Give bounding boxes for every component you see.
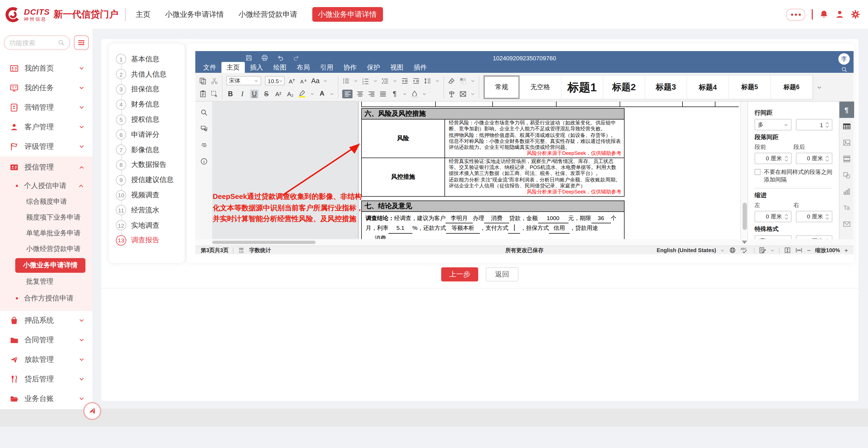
- clear-format-icon[interactable]: [448, 77, 455, 84]
- document-canvas[interactable]: 六、风险及风控措施 风险经营风险：小微企业市场竞争力弱，易受行业波动（如政策变化…: [212, 102, 740, 239]
- editor-menu-4[interactable]: 布局: [291, 62, 315, 73]
- document-page[interactable]: 六、风险及风控措施 风险经营风险：小微企业市场竞争力弱，易受行业波动（如政策变化…: [359, 102, 740, 239]
- sidebar-leaf-item[interactable]: 额度项下业务申请: [0, 210, 92, 226]
- sidebar-subitem-0[interactable]: 个人授信申请: [0, 177, 92, 194]
- multilevel-list-icon[interactable]: [381, 77, 389, 84]
- step-9[interactable]: 9授信建议信息: [109, 173, 185, 188]
- step-10[interactable]: 10视频调查: [109, 187, 185, 203]
- editor-menu-2[interactable]: 插入: [245, 62, 268, 73]
- editor-menu-0[interactable]: 文件: [198, 62, 221, 73]
- bold-button[interactable]: B: [226, 90, 235, 98]
- shading-icon[interactable]: [411, 90, 418, 98]
- mail-merge-tab[interactable]: [839, 216, 854, 232]
- step-4[interactable]: 4财务信息: [109, 97, 185, 112]
- image-panel-tab[interactable]: [839, 134, 854, 150]
- space-before-stepper[interactable]: 0 厘米: [754, 153, 791, 164]
- editing-mode-icon[interactable]: [759, 247, 766, 254]
- editor-menu-6[interactable]: 协作: [338, 62, 362, 73]
- editor-menu-3[interactable]: 绘图: [268, 62, 291, 73]
- increase-indent-icon[interactable]: [412, 77, 420, 84]
- more-actions-button[interactable]: [786, 8, 805, 21]
- stepper-arrows-icon[interactable]: [825, 154, 829, 162]
- align-justify-icon[interactable]: [379, 90, 387, 98]
- step-6[interactable]: 6申请评分: [109, 127, 185, 142]
- sidebar-item-9[interactable]: 贷后管理: [0, 370, 92, 389]
- strikethrough-button[interactable]: S: [262, 90, 270, 98]
- sidebar-leaf-item[interactable]: 综合额度申请: [0, 194, 92, 210]
- conclusion-paragraph[interactable]: 调查结论：经调查，建议为客户李明月办理消费贷款，金额1000元，期限36个月，利…: [361, 212, 624, 239]
- font-color-button[interactable]: A: [318, 91, 326, 97]
- scroll-down-button[interactable]: [741, 240, 748, 245]
- stepper-arrows-icon[interactable]: [825, 121, 829, 129]
- italic-button[interactable]: I: [238, 90, 246, 98]
- doc-row-text[interactable]: 经营风险：小微企业市场竞争力弱，易受行业波动（如政策变化、供应链中断、竞争加剧）…: [445, 119, 624, 158]
- editor-menu-5[interactable]: 引用: [315, 62, 338, 73]
- document-search-icon[interactable]: [841, 66, 847, 73]
- numbered-list-icon[interactable]: 123: [362, 77, 369, 84]
- style-cell-7[interactable]: 标题6: [771, 75, 813, 99]
- doc-row-text[interactable]: 经营真实性验证:实地走访经营场所，观察生产/销售情况、库存、员工状态等。交叉验证…: [445, 158, 624, 196]
- sidebar-leaf-item[interactable]: 批复管理: [0, 274, 92, 289]
- pilcrow-button[interactable]: ¶: [391, 90, 399, 98]
- paste-icon[interactable]: [199, 90, 207, 98]
- back-button[interactable]: 返回: [486, 267, 519, 281]
- indent-right-stepper[interactable]: 0 厘米: [796, 211, 832, 222]
- sidebar-item-8[interactable]: 放款管理: [0, 350, 92, 370]
- align-right-icon[interactable]: [368, 90, 375, 98]
- highlight-pen-icon[interactable]: [298, 90, 306, 98]
- paragraph-panel-tab[interactable]: ¶: [839, 102, 854, 118]
- sidebar-leaf-item[interactable]: 小微经营贷款申请: [0, 241, 92, 257]
- vertical-scroll-thumb[interactable]: [742, 203, 747, 230]
- increase-font-icon[interactable]: A: [288, 77, 296, 84]
- select-icon[interactable]: [211, 90, 218, 98]
- decrease-font-icon[interactable]: A: [300, 77, 307, 84]
- top-tab-3[interactable]: 小微业务申请详情: [312, 7, 383, 22]
- zoom-in-button[interactable]: +: [844, 247, 848, 253]
- stepper-arrows-icon[interactable]: [784, 213, 788, 220]
- table-panel-tab[interactable]: [839, 118, 854, 134]
- navigation-outline-icon[interactable]: [200, 141, 208, 149]
- fit-page-icon[interactable]: [784, 247, 791, 254]
- style-cell-1[interactable]: 无空格: [520, 75, 561, 99]
- style-cell-3[interactable]: 标题2: [603, 75, 645, 99]
- header-footer-tab[interactable]: [839, 150, 854, 167]
- style-color-grid-icon[interactable]: [459, 77, 467, 84]
- sidebar-item-10[interactable]: 业务台账: [0, 389, 92, 409]
- find-icon[interactable]: [200, 109, 208, 116]
- menu-collapse-button[interactable]: [74, 35, 89, 50]
- fit-width-icon[interactable]: [796, 247, 803, 254]
- special-format-select[interactable]: (无): [754, 235, 791, 239]
- sidebar-leaf-item[interactable]: 单笔单批业务申请: [0, 226, 92, 241]
- user-avatar[interactable]: 李: [838, 53, 850, 65]
- decrease-indent-icon[interactable]: [401, 77, 409, 84]
- style-cell-5[interactable]: 标题4: [687, 75, 729, 99]
- search-input[interactable]: [9, 39, 52, 46]
- step-5[interactable]: 5授权信息: [109, 112, 185, 127]
- horizontal-scroll-thumb[interactable]: [212, 241, 315, 244]
- step-1[interactable]: 1基本信息: [109, 51, 185, 67]
- editor-menu-1[interactable]: 主页: [221, 62, 245, 73]
- style-cell-6[interactable]: 标题5: [729, 75, 771, 99]
- document-vertical-scrollbar[interactable]: [740, 102, 747, 239]
- bullet-list-icon[interactable]: [342, 77, 350, 84]
- float-send-button[interactable]: [83, 402, 101, 420]
- editor-menu-8[interactable]: 视图: [385, 62, 409, 73]
- notification-bell-icon[interactable]: [819, 10, 828, 19]
- sidebar-leaf-item[interactable]: 小微业务申请详情: [15, 258, 85, 273]
- stepper-arrows-icon[interactable]: [825, 237, 829, 239]
- editor-menu-7[interactable]: 保护: [362, 62, 385, 73]
- step-8[interactable]: 8大数据报告: [109, 157, 185, 173]
- word-count-label[interactable]: 字数统计: [249, 246, 271, 254]
- style-cell-4[interactable]: 标题3: [645, 75, 687, 99]
- special-format-stepper[interactable]: 0 厘米: [796, 235, 832, 239]
- sidebar-item-6[interactable]: 押品系统: [0, 311, 92, 331]
- copy-icon[interactable]: [199, 77, 207, 84]
- chart-tab[interactable]: [839, 183, 854, 199]
- language-selector[interactable]: English (United States): [657, 247, 716, 253]
- font-size-select[interactable]: 10.5: [265, 76, 284, 85]
- space-after-stepper[interactable]: 0 厘米: [796, 153, 832, 164]
- font-name-select[interactable]: 宋体: [226, 76, 261, 85]
- step-3[interactable]: 3担保信息: [109, 82, 185, 97]
- more-styles-button[interactable]: [813, 75, 825, 99]
- format-mark-icon[interactable]: [448, 90, 455, 98]
